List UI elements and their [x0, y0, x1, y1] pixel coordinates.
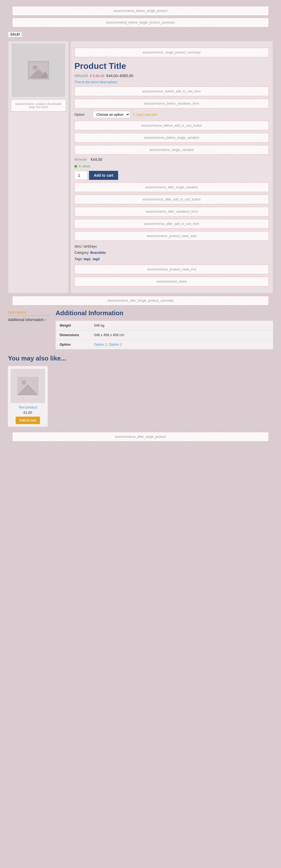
add-to-cart-button[interactable]: Add to cart	[89, 171, 118, 180]
placeholder-image-icon	[29, 62, 48, 78]
price-sale-label: € 5,65,00	[90, 74, 104, 78]
hook-product-thumbnails: woocommerce_product_thumbnails (may not …	[11, 99, 66, 112]
hook-before-single-variation: woocommerce_before_single_variation	[74, 133, 269, 143]
stock-status: In stock	[74, 164, 269, 168]
quantity-input[interactable]	[74, 171, 88, 180]
variation-select[interactable]: Choose an option	[93, 111, 130, 118]
hook-after-single-product: woocommerce_after_single_product	[12, 432, 269, 441]
hook-before-single-product: woocommerce_before_single_product	[12, 6, 269, 16]
sku-value: htr554yn	[84, 245, 97, 248]
related-product-name[interactable]: Test product	[10, 405, 45, 409]
tab-arrow-icon: ›	[45, 318, 46, 322]
product-main-image	[12, 44, 65, 97]
tag2-link[interactable]: tag2	[93, 257, 100, 261]
hook-product-meta-end: woocommerce_product_meta_end	[74, 265, 269, 274]
product-area: woocommerce_product_thumbnails (may not …	[8, 41, 273, 293]
hook-after-single-product-summary: woocommerce_after_single_product_summary	[12, 296, 269, 305]
tabs-section: Description Additional Information › Add…	[8, 309, 273, 349]
refresh-icon: ↻	[133, 113, 135, 117]
svg-point-5	[22, 380, 26, 385]
sku-label: SKU:	[74, 245, 82, 248]
variation-label: Option	[74, 113, 90, 117]
sku-row: SKU: htr554yn	[74, 243, 269, 249]
svg-point-1	[33, 65, 37, 70]
tab-additional-info[interactable]: Additional Information ›	[8, 317, 50, 322]
hook-share: woocommerce_share	[74, 277, 269, 286]
product-images: woocommerce_product_thumbnails (may not …	[8, 41, 69, 293]
product-title: Product Title	[74, 61, 269, 71]
related-add-to-cart-button[interactable]: Add to cart	[15, 417, 40, 424]
variation-row: Option Choose an option ↻ Clear selectio…	[74, 111, 269, 118]
tags-row: Tags: tag1, tag2	[74, 256, 269, 262]
tab-content-additional-info: Additional Information Weight546 kgDimen…	[56, 309, 273, 349]
sale-badge: SALE!	[8, 32, 22, 37]
variation-price-area: €554,00 €44,00	[74, 157, 269, 162]
hook-single-variation: woocommerce_single_variation	[74, 145, 269, 155]
hook-before-single-product-summary: woocommerce_before_single_product_summar…	[12, 18, 269, 27]
price-new: €44,00–€665,00	[106, 74, 133, 78]
related-placeholder-icon	[17, 377, 38, 395]
hook-before-add-to-cart-button: woocommerce_before_add_to_cart_button	[74, 121, 269, 130]
product-summary: woocommerce_single_product_summary Produ…	[70, 41, 273, 293]
tag1-link[interactable]: tag1	[84, 257, 91, 261]
category-label: Category:	[74, 251, 89, 254]
clear-selection-link[interactable]: ↻ Clear selection	[133, 113, 157, 117]
price-area: €554,00 € 5,65,00 €44,00–€665,00	[74, 74, 269, 78]
category-link[interactable]: Bracelets	[90, 251, 106, 254]
variation-price-old: €554,00	[74, 158, 87, 162]
price-old: €554,00	[74, 74, 88, 78]
stock-indicator	[74, 165, 77, 168]
stock-text: In stock	[79, 164, 91, 168]
hook-before-variations-form: woocommerce_before_variations_form	[74, 99, 269, 108]
short-description: This is the short description!	[74, 80, 269, 84]
additional-info-title: Additional Information	[56, 309, 273, 317]
add-to-cart-row: Add to cart	[74, 171, 269, 180]
related-products-title: You may also like...	[8, 355, 273, 362]
hook-before-add-to-cart-form: woocommerce_before_add_to_cart_form	[74, 87, 269, 96]
tags-label: Tags:	[74, 257, 83, 261]
variation-price-new: €44,00	[91, 157, 102, 162]
tab-description[interactable]: Description	[8, 309, 50, 315]
hook-after-add-to-cart-form: woocommerce_after_add_to_cart_form	[74, 219, 269, 228]
related-product-image	[10, 369, 45, 403]
hook-after-variations-form: woocommerce_after_variations_form	[74, 207, 269, 216]
related-product-price: €1,00	[10, 410, 45, 414]
hook-after-single-variation: woocommerce_after_single_variation	[74, 183, 269, 192]
product-meta: SKU: htr554yn Category: Bracelets Tags: …	[74, 243, 269, 262]
hook-single-product-summary: woocommerce_single_product_summary	[74, 48, 269, 57]
category-row: Category: Bracelets	[74, 249, 269, 256]
related-products-section: You may also like... Test product €1,00 …	[8, 355, 273, 427]
related-product-card: Test product €1,00 Add to cart	[8, 366, 48, 427]
tabs-nav: Description Additional Information ›	[8, 309, 50, 322]
hook-after-add-to-cart-button: woocommerce_after_add_to_cart_button	[74, 195, 269, 204]
hook-product-meta-start: woocommerce_product_meta_start	[74, 231, 269, 241]
additional-info-table: Weight546 kgDimensions546 x 456 x 456 cm…	[56, 321, 273, 349]
